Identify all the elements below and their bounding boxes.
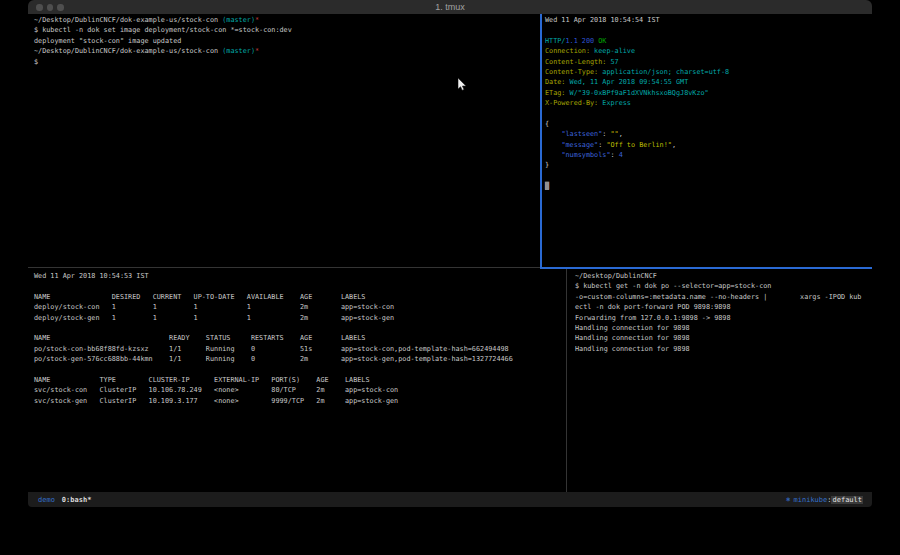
terminal-line: X-Powered-By: Express: [545, 98, 869, 108]
terminal-line: Connection: keep-alive: [545, 46, 869, 56]
terminal-line: ~/Desktop/DublinCNCF/dok-example-us/stoc…: [34, 15, 534, 25]
kube-namespace: default: [831, 496, 863, 504]
terminal-line: "lastseen": "",: [545, 129, 869, 139]
terminal-line: [545, 25, 869, 35]
terminal-line: {: [545, 119, 869, 129]
terminal-line: Handling connection for 9898: [575, 323, 869, 333]
pane-bottom-left[interactable]: Wed 11 Apr 2018 10:54:53 ISTNAME DESIRED…: [34, 271, 562, 406]
terminal-line: █: [545, 181, 869, 191]
terminal-line: ~/Desktop/DublinCNCF: [575, 271, 869, 281]
terminal-line: [34, 281, 562, 291]
window-titlebar[interactable]: 1. tmux: [28, 0, 872, 14]
terminal-line: Wed 11 Apr 2018 10:54:54 IST: [545, 15, 869, 25]
terminal-line: deployment "stock-con" image updated: [34, 36, 534, 46]
terminal-line: NAME DESIRED CURRENT UP-TO-DATE AVAILABL…: [34, 292, 562, 302]
close-button[interactable]: [36, 4, 43, 11]
terminal-line: [545, 109, 869, 119]
kubernetes-helm-icon: ⎈: [786, 495, 791, 504]
pane-border-vertical-top: [540, 14, 542, 267]
window-label[interactable]: 0:bash*: [62, 496, 92, 504]
terminal-line: deploy/stock-gen 1 1 1 1 2m app=stock-ge…: [34, 313, 562, 323]
terminal-line: [34, 323, 562, 333]
minimize-button[interactable]: [47, 4, 54, 11]
kube-context: minikube: [794, 496, 828, 504]
pane-top-right[interactable]: Wed 11 Apr 2018 10:54:54 ISTHTTP/1.1 200…: [545, 15, 869, 192]
terminal-line: }: [545, 160, 869, 170]
terminal-line: Wed 11 Apr 2018 10:54:53 IST: [34, 271, 562, 281]
terminal-line: $: [34, 57, 534, 67]
terminal-line: NAME TYPE CLUSTER-IP EXTERNAL-IP PORT(S)…: [34, 375, 562, 385]
terminal-line: Handling connection for 9898: [575, 333, 869, 343]
terminal-line: ETag: W/"39-0xBPf9aF1dXVNkhsxoBQgJ8vKzo": [545, 88, 869, 98]
terminal-line: HTTP/1.1 200 OK: [545, 36, 869, 46]
terminal-line: deploy/stock-con 1 1 1 1 2m app=stock-co…: [34, 302, 562, 312]
pane-bottom-right[interactable]: ~/Desktop/DublinCNCF$ kubectl get -n dok…: [575, 271, 869, 354]
terminal-line: -o=custom-columns=:metadata.name --no-he…: [575, 292, 869, 302]
terminal-line: Content-Type: application/json; charset=…: [545, 67, 869, 77]
terminal-line: $ kubectl get -n dok po --selector=app=s…: [575, 281, 869, 291]
traffic-lights: [36, 4, 64, 11]
tmux-terminal: ~/Desktop/DublinCNCF/dok-example-us/stoc…: [28, 14, 872, 492]
session-name: demo: [38, 496, 55, 504]
terminal-line: [545, 171, 869, 181]
window-title: 1. tmux: [435, 2, 465, 12]
terminal-line: svc/stock-con ClusterIP 10.106.78.249 <n…: [34, 385, 562, 395]
pane-border-vertical-bottom: [566, 269, 567, 492]
terminal-line: Content-Length: 57: [545, 57, 869, 67]
tmux-status-bar: demo 0:bash* ⎈ minikube : default: [28, 492, 872, 507]
terminal-line: [34, 365, 562, 375]
terminal-line: Date: Wed, 11 Apr 2018 09:54:55 GMT: [545, 77, 869, 87]
pane-border-horizontal-left: [28, 267, 540, 268]
terminal-line: po/stock-gen-576cc688bb-44kmn 1/1 Runnin…: [34, 354, 562, 364]
terminal-line: $ kubectl -n dok set image deployment/st…: [34, 25, 534, 35]
terminal-line: Handling connection for 9898: [575, 344, 869, 354]
terminal-line: ectl -n dok port-forward POD 9898:9898: [575, 302, 869, 312]
terminal-line: "numsymbols": 4: [545, 150, 869, 160]
terminal-line: Forwarding from 127.0.0.1:9898 -> 9898: [575, 313, 869, 323]
terminal-line: "message": "Off to Berlin!",: [545, 140, 869, 150]
terminal-line: po/stock-con-bb68f88fd-kzsxz 1/1 Running…: [34, 344, 562, 354]
desktop-background: 1. tmux ~/Desktop/DublinCNCF/dok-example…: [0, 0, 900, 555]
zoom-button[interactable]: [57, 4, 64, 11]
mouse-cursor-icon: [458, 78, 467, 91]
terminal-line: ~/Desktop/DublinCNCF/dok-example-us/stoc…: [34, 46, 534, 56]
terminal-line: svc/stock-gen ClusterIP 10.109.3.177 <no…: [34, 396, 562, 406]
terminal-window: 1. tmux ~/Desktop/DublinCNCF/dok-example…: [28, 0, 872, 507]
kube-status: ⎈ minikube : default: [786, 495, 863, 504]
pane-border-horizontal-right: [540, 267, 872, 269]
terminal-line: NAME READY STATUS RESTARTS AGE LABELS: [34, 333, 562, 343]
pane-top-left[interactable]: ~/Desktop/DublinCNCF/dok-example-us/stoc…: [34, 15, 534, 67]
